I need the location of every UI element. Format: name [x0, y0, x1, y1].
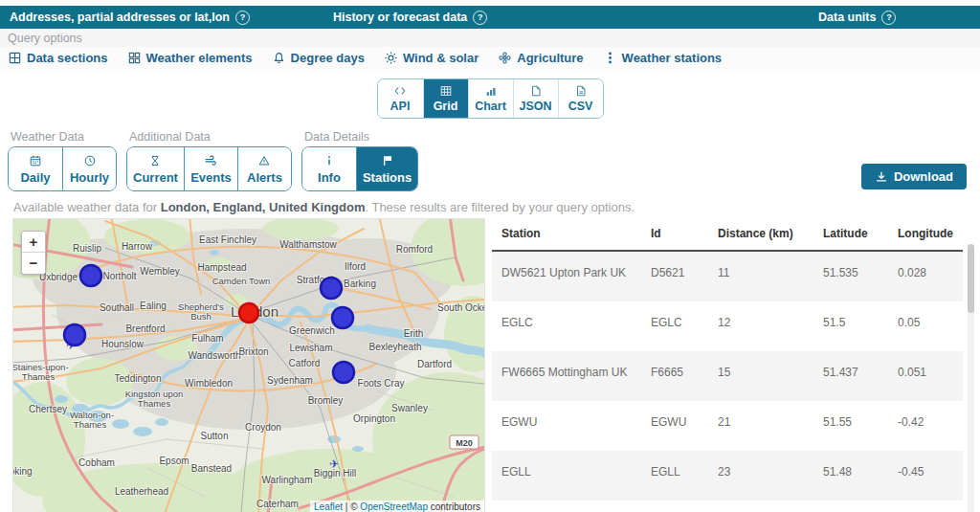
map-label: Walthamstow — [279, 239, 337, 250]
query-option-data-sections[interactable]: Data sections — [8, 51, 108, 65]
map-label: Ruislip — [73, 243, 101, 254]
map-label: Wimbledon — [185, 378, 233, 389]
events-button[interactable]: Events — [184, 147, 237, 190]
station-cell: 51.5 — [813, 301, 888, 351]
map-label: Foots Cray — [358, 378, 405, 389]
station-cell: 21 — [708, 401, 813, 451]
map-label: Northolt — [102, 271, 136, 281]
station-row[interactable]: DW5621 Upton Park UKD56211151.5350.028 — [492, 251, 963, 301]
status-line: Available weather data for London, Engla… — [13, 200, 980, 214]
current-button[interactable]: Current — [127, 147, 184, 190]
station-cell: 51.48 — [813, 451, 888, 501]
query-option-label: Wind & solar — [403, 51, 479, 65]
map-label: Bromley — [308, 395, 344, 406]
column-header[interactable]: Station — [492, 219, 641, 251]
stations-button[interactable]: Stations — [356, 147, 417, 190]
table-header-row: StationIdDistance (km)LatitudeLongitude — [492, 219, 963, 251]
tab-api[interactable]: API — [378, 79, 423, 118]
stations-map[interactable]: RuislipHarrowEast FinchleyWalthamstowRom… — [13, 219, 484, 512]
info-button[interactable]: Info — [302, 147, 356, 190]
alerts-button[interactable]: Alerts — [237, 147, 291, 190]
station-marker-red[interactable] — [239, 303, 258, 323]
map-label: Croydon — [245, 422, 281, 433]
hourly-button[interactable]: Hourly — [62, 147, 116, 190]
stations-table: StationIdDistance (km)LatitudeLongitudeD… — [492, 219, 963, 501]
station-marker-blue[interactable] — [333, 362, 354, 383]
tab-chart[interactable]: Chart — [468, 79, 513, 118]
station-row[interactable]: EGWUEGWU2151.55-0.42 — [492, 401, 963, 451]
query-option-agriculture[interactable]: Agriculture — [498, 51, 583, 65]
group-additional-data: Additional DataCurrentEventsAlerts — [126, 130, 292, 191]
field-label-text: History or forecast data — [333, 11, 467, 24]
query-option-weather-elements[interactable]: Weather elements — [127, 51, 253, 65]
map-label: Ealing — [140, 301, 167, 311]
map-label: Barking — [344, 278, 376, 289]
leaflet-link[interactable]: Leaflet — [314, 501, 343, 512]
table-scrollbar[interactable] — [968, 244, 974, 512]
station-marker-blue[interactable] — [332, 307, 353, 328]
map-label: Teddington — [115, 373, 162, 384]
grid-icon — [8, 51, 22, 65]
station-cell: 0.051 — [888, 351, 963, 401]
map-label: Erith — [404, 328, 424, 339]
zoom-out-button[interactable]: − — [22, 253, 45, 274]
column-header[interactable]: Id — [641, 219, 708, 251]
osm-link[interactable]: OpenStreetMap — [360, 501, 428, 512]
download-button[interactable]: Download — [861, 164, 967, 189]
button-label: Stations — [363, 170, 412, 185]
query-option-degree-days[interactable]: Degree days — [272, 51, 365, 65]
warning-icon — [257, 154, 271, 167]
daily-button[interactable]: Daily — [9, 147, 62, 190]
map-label: Southall — [100, 302, 134, 313]
map-label: Thames — [22, 371, 56, 382]
query-options-panel: Query options Data sectionsWeather eleme… — [0, 29, 980, 70]
map-label: Romford — [396, 244, 433, 255]
help-icon[interactable]: ? — [235, 11, 250, 25]
tab-json[interactable]: JSON — [513, 79, 558, 118]
query-option-label: Degree days — [291, 51, 365, 65]
query-option-weather-stations[interactable]: Weather stations — [603, 51, 723, 65]
events-icon — [204, 154, 217, 167]
query-options-label: Query options — [0, 29, 980, 47]
query-field-label: Addresses, partial addresses or lat,lon? — [10, 6, 250, 29]
station-row[interactable]: EGLLEGLL2351.48-0.45 — [492, 451, 963, 501]
tab-csv[interactable]: CSV — [558, 79, 603, 118]
group-title: Data Details — [304, 130, 418, 144]
button-label: Alerts — [247, 170, 282, 185]
station-marker-blue[interactable] — [321, 278, 342, 299]
station-cell: EGLC — [492, 301, 641, 351]
map-label: Banstead — [191, 463, 232, 474]
attribution-suffix: contributors — [428, 501, 480, 512]
station-cell: EGWU — [641, 401, 708, 451]
query-field-label: Data units? — [818, 6, 896, 29]
query-option-wind-solar[interactable]: Wind & solar — [384, 51, 479, 65]
query-option-label: Weather stations — [622, 51, 723, 65]
station-cell: 51.535 — [813, 251, 888, 301]
map-label: Brixton — [238, 346, 268, 357]
map-label: Caterham — [256, 499, 299, 509]
help-icon[interactable]: ? — [473, 11, 487, 25]
scrollbar-thumb[interactable] — [968, 244, 974, 313]
tab-grid[interactable]: Grid — [423, 79, 468, 118]
station-cell: D5621 — [641, 251, 708, 301]
station-cell: 51.437 — [813, 351, 888, 401]
attribution-separator: | © — [343, 501, 360, 512]
column-header[interactable]: Distance (km) — [708, 219, 813, 251]
help-icon[interactable]: ? — [881, 11, 896, 25]
zoom-in-button[interactable]: + — [22, 232, 45, 253]
map-label: Ilford — [345, 261, 366, 272]
map-attribution: Leaflet | © OpenStreetMap contributors — [310, 501, 484, 512]
station-row[interactable]: EGLCEGLC1251.50.05 — [492, 301, 963, 351]
map-label: Dartford — [417, 359, 452, 369]
column-header[interactable]: Latitude — [813, 219, 888, 251]
clock-icon — [83, 154, 97, 167]
column-header[interactable]: Longitude — [888, 219, 963, 251]
station-cell: 0.028 — [888, 251, 963, 301]
query-field-label: History or forecast data? — [333, 6, 487, 29]
stations-table-area: StationIdDistance (km)LatitudeLongitudeD… — [492, 219, 974, 512]
query-option-label: Agriculture — [517, 51, 583, 65]
station-marker-blue[interactable] — [80, 265, 101, 286]
station-row[interactable]: FW6665 Mottingham UKF66651551.4370.051 — [492, 351, 963, 401]
station-marker-blue[interactable] — [64, 324, 85, 345]
code-icon — [393, 84, 407, 98]
